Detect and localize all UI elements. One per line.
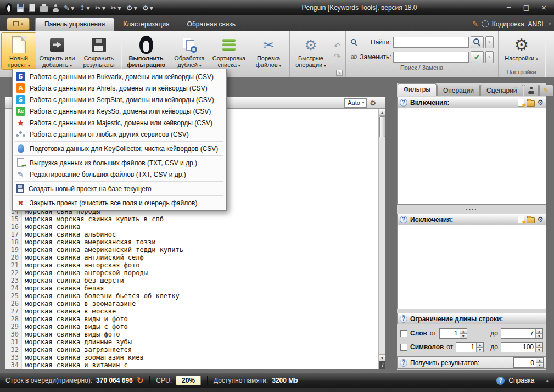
spin-up-icon[interactable]: ▲ <box>477 343 483 347</box>
spin-down-icon[interactable]: ▼ <box>536 333 542 338</box>
tab-scenario[interactable]: Сценарий <box>480 85 523 96</box>
tab-notes[interactable]: ✎ <box>539 85 553 96</box>
chars-from-input[interactable] <box>456 343 476 352</box>
split-files-button[interactable]: ✂ Порезка файлов ▾ <box>249 32 288 70</box>
tab-filters[interactable]: Фильтры <box>398 83 437 96</box>
editor-settings-icon[interactable]: ⚙ <box>370 99 376 107</box>
split-quick-button[interactable]: ✂▾ <box>109 2 122 13</box>
tab-operations[interactable]: Операции <box>437 85 480 96</box>
menu-item-close-project[interactable]: ✖Закрыть проект (очистить все поля и оче… <box>13 197 226 209</box>
cut-quick-button[interactable]: ✂▾ <box>94 2 107 13</box>
editor-scrollbar[interactable]: ▲ ▼ i <box>378 109 385 369</box>
gear-icon[interactable]: ⚙ <box>537 215 544 223</box>
editor-line[interactable]: 30 морская свинка виды фото <box>5 331 378 338</box>
spin-down-icon[interactable]: ▼ <box>536 362 543 367</box>
gear-quick-button[interactable]: ⚙▾ <box>125 2 138 13</box>
statusbar-expand-icon[interactable]: ▴ <box>546 378 549 383</box>
tools-quick-button[interactable]: ⚙▾ <box>141 2 154 13</box>
tab-user[interactable] <box>524 85 539 96</box>
menu-item-serpstat[interactable]: SРабота с данными из SerpStat, домены ил… <box>13 94 226 105</box>
editor-line[interactable]: 23 морская свинка без шерсти <box>5 277 378 284</box>
pen-quick-button[interactable]: ✎▾ <box>63 2 75 13</box>
editor-line[interactable]: 19 морская свинка американский тедди куп… <box>5 246 378 254</box>
quick-ops-button[interactable]: ⚙ Быстрые операции ▾ <box>291 32 331 70</box>
save-quick-button[interactable] <box>16 2 25 13</box>
editor-line[interactable]: 29 морская свинка виды с фото <box>5 323 378 331</box>
user-quick-button[interactable] <box>52 2 60 13</box>
editor-line[interactable]: 16 морская свинка <box>5 223 378 231</box>
undo-icon[interactable]: ↶ <box>334 42 341 50</box>
open-add-button[interactable]: Открыть или добавить ▾ <box>36 32 78 70</box>
open-folder-icon[interactable] <box>527 217 535 223</box>
menu-item-keysso[interactable]: KeРабота с данными из KeysSo, домены или… <box>13 105 226 117</box>
dedupe-button[interactable]: Обработка дублей ▾ <box>170 32 209 70</box>
scrollbar-thumb[interactable] <box>379 116 385 137</box>
tab-control-panel[interactable]: Панель управления <box>35 18 114 31</box>
new-project-button[interactable]: Новый проект ▾ <box>1 32 36 70</box>
refresh-icon[interactable]: ↻ <box>137 376 144 385</box>
scroll-up-button[interactable]: ▲ <box>379 109 386 116</box>
editor-line[interactable]: 33 морская свинка зоомагазин киев <box>5 354 378 361</box>
editor-line[interactable]: 18 морская свинка американская тоззи <box>5 238 378 246</box>
editor-line[interactable]: 22 морская свинка ангорской породы <box>5 269 378 277</box>
editor-line[interactable]: 17 морская свинка альбинос <box>5 231 378 238</box>
tab-clustering[interactable]: Кластеризация <box>114 18 178 31</box>
redo-icon[interactable]: ↷ <box>334 53 341 60</box>
find-input[interactable] <box>393 37 469 48</box>
search-button[interactable] <box>471 36 484 48</box>
dialog-launcher-icon[interactable]: ↘ <box>336 70 343 76</box>
menu-item-other-services[interactable]: Работа с данными от любых других сервисо… <box>13 128 226 140</box>
menu-item-ahrefs[interactable]: AРабота с данными из Ahrefs, домены или … <box>13 82 226 94</box>
encoding-control[interactable]: ✎ Кодировка: ANSI ▾ <box>472 20 551 31</box>
minimize-button[interactable]: ─ <box>501 2 517 13</box>
replace-input[interactable] <box>393 52 469 63</box>
menu-item-edit-big-files[interactable]: ✎Редактирование больших файлов (TXT, CSV… <box>13 169 226 180</box>
editor-line[interactable]: 21 морская свинка ангорская фото <box>5 261 378 269</box>
editor-line[interactable]: 26 морская свинка в зоомагазине <box>5 300 378 307</box>
panel-splitter[interactable]: .... <box>397 205 546 214</box>
replace-button[interactable]: ✔ <box>471 51 484 63</box>
chars-to-input[interactable] <box>501 343 535 352</box>
help-button[interactable]: Справка <box>508 377 534 384</box>
spin-down-icon[interactable]: ▼ <box>536 347 542 352</box>
print-quick-button[interactable] <box>39 2 49 13</box>
words-checkbox[interactable] <box>400 330 407 337</box>
editor-line[interactable]: 27 морская свинка в москве <box>5 307 378 315</box>
menu-item-majestic[interactable]: ★Работа с данными из Majestic, домены ил… <box>13 117 226 128</box>
spin-up-icon[interactable]: ▲ <box>536 358 543 362</box>
editor-line[interactable]: 31 морская свинка длинные зубы <box>5 338 378 346</box>
add-file-icon[interactable] <box>518 216 524 223</box>
chars-checkbox[interactable] <box>400 344 407 351</box>
app-menu-button[interactable]: ▾ <box>7 18 30 30</box>
open-folder-icon[interactable] <box>527 100 535 107</box>
include-textarea[interactable] <box>397 108 546 205</box>
editor-line[interactable]: 34 морская свинка и витамин с <box>5 361 378 369</box>
menu-item-bukvarix[interactable]: БРабота с данными из Bukvarix, домены ил… <box>13 71 226 82</box>
spin-up-icon[interactable]: ▲ <box>536 329 542 333</box>
gear-icon[interactable]: ⚙ <box>537 98 544 107</box>
run-filter-button[interactable]: Выполнить фильтрацию <box>122 32 170 70</box>
save-results-button[interactable]: Сохранить результаты <box>78 32 120 70</box>
menu-item-keycollector[interactable]: Подготовка данных для KeyCollector, чист… <box>13 143 226 154</box>
words-to-input[interactable] <box>501 329 535 338</box>
editor-line[interactable]: 20 морская свинка английский селф <box>5 254 378 261</box>
words-from-input[interactable] <box>440 329 460 338</box>
editor-line[interactable]: 28 морская свинка виды и фото <box>5 315 378 323</box>
editor-line[interactable]: 25 морская свинка болезни бьется об клет… <box>5 292 378 300</box>
sort-quick-button[interactable]: ↕▾ <box>78 2 91 13</box>
editor-line[interactable]: 32 морская свинка загрязняется <box>5 346 378 354</box>
auto-mode-select[interactable]: Auto▾ <box>344 98 367 108</box>
menu-item-new-from-current[interactable]: Создать новый проект на базе текущего <box>13 183 226 194</box>
tab-feedback[interactable]: Обратная связь <box>178 18 244 31</box>
open-quick-button[interactable] <box>28 2 36 13</box>
maximize-button[interactable]: □ <box>518 2 534 13</box>
editor-line[interactable]: 24 морская свинка белая <box>5 284 378 292</box>
editor-line[interactable]: 15 морская морская свинка купить в спб <box>5 215 378 223</box>
settings-button[interactable]: ⚙ Настройки ▾ <box>500 32 544 69</box>
spin-up-icon[interactable]: ▲ <box>536 343 542 347</box>
exclude-textarea[interactable] <box>397 225 546 309</box>
results-input[interactable] <box>514 358 536 367</box>
add-file-icon[interactable] <box>518 99 524 107</box>
scroll-down-button[interactable]: ▼ <box>379 354 386 361</box>
spin-down-icon[interactable]: ▼ <box>460 333 467 338</box>
